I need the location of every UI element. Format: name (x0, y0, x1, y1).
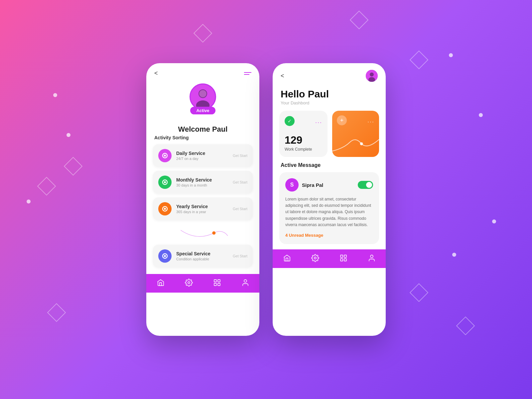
phone-2: < Hello Paul Your Dashbord ✓ ... 129 (273, 63, 386, 336)
service-card-monthly[interactable]: Monthly Service 30 days in a month Get S… (153, 171, 253, 194)
phone1-header: < (146, 63, 259, 80)
phone2-nav-home-icon[interactable] (283, 254, 291, 262)
svg-point-7 (164, 181, 166, 183)
special-service-info: Special Service Condition applicable (176, 251, 228, 261)
yearly-get-start[interactable]: Get Start (233, 207, 247, 211)
stat-number: 129 (285, 134, 322, 146)
svg-point-20 (370, 72, 374, 76)
user-avatar-small (366, 70, 378, 82)
message-toggle[interactable] (358, 181, 373, 189)
nav-user-icon[interactable] (241, 279, 249, 287)
phones-container: < Active Welcome Paul Activity Sorting (146, 63, 386, 336)
special-get-start[interactable]: Get Start (233, 254, 247, 258)
nav-home-icon[interactable] (157, 279, 165, 287)
special-service-name: Special Service (176, 251, 228, 256)
avatar (190, 83, 216, 110)
special-service-icon (158, 249, 172, 263)
phone2-bottom-nav (273, 249, 386, 268)
orange-chart (332, 128, 379, 157)
add-button[interactable]: + (337, 115, 347, 125)
active-message-label: Active Message (273, 162, 386, 168)
orange-card-top: + ... (337, 115, 374, 125)
monthly-service-name: Monthly Service (176, 177, 228, 183)
svg-point-5 (164, 155, 166, 157)
stat-card-dots[interactable]: ... (315, 118, 322, 125)
yearly-service-info: Yearly Service 365 days in a year (176, 204, 228, 214)
phone2-back-button[interactable]: < (281, 72, 284, 79)
svg-rect-26 (340, 259, 343, 261)
svg-point-13 (188, 282, 190, 284)
message-avatar: S (285, 178, 299, 192)
phone1-bottom-nav (146, 274, 259, 293)
svg-point-28 (370, 255, 373, 258)
svg-rect-16 (214, 283, 216, 286)
special-service-sub: Condition applicable (176, 257, 228, 261)
svg-rect-17 (218, 283, 220, 286)
svg-rect-24 (340, 255, 343, 257)
phone2-nav-settings-icon[interactable] (311, 254, 319, 262)
svg-point-18 (244, 280, 247, 282)
svg-rect-15 (218, 280, 220, 282)
service-card-special[interactable]: Special Service Condition applicable Get… (153, 245, 253, 267)
svg-point-23 (314, 257, 316, 259)
daily-service-info: Daily Service 24/7 on a day (176, 151, 228, 161)
message-username: Sipra Pal (302, 182, 323, 188)
phone2-nav-user-icon[interactable] (368, 254, 376, 262)
hello-section: Hello Paul Your Dashbord (273, 85, 386, 111)
svg-rect-27 (344, 259, 346, 261)
daily-get-start[interactable]: Get Start (233, 154, 247, 158)
monthly-service-info: Monthly Service 30 days in a month (176, 177, 228, 187)
dashboard-sub: Your Dashbord (281, 100, 378, 105)
orange-card: + ... (332, 111, 379, 157)
stat-card: ✓ ... 129 Work Complete (279, 111, 328, 157)
service-card-yearly[interactable]: Yearly Service 365 days in a year Get St… (153, 198, 253, 220)
phone2-nav-grid-icon[interactable] (339, 254, 347, 262)
service-card-daily[interactable]: Daily Service 24/7 on a day Get Start (153, 144, 253, 167)
back-button[interactable]: < (154, 70, 158, 77)
svg-rect-14 (214, 280, 216, 282)
svg-point-22 (360, 142, 363, 145)
message-card: S Sipra Pal Lorem ipsum dolor sit amet, … (279, 172, 379, 244)
monthly-service-sub: 30 days in a month (176, 183, 228, 187)
service-list: Daily Service 24/7 on a day Get Start Mo… (146, 144, 259, 267)
cards-row: ✓ ... 129 Work Complete + ... (273, 111, 386, 157)
svg-point-9 (164, 208, 166, 210)
monthly-service-icon (158, 176, 172, 189)
message-user: S Sipra Pal (285, 178, 323, 192)
phone-1: < Active Welcome Paul Activity Sorting (146, 63, 259, 336)
orange-card-dots[interactable]: ... (367, 117, 374, 124)
yearly-service-sub: 365 days in a year (176, 210, 228, 214)
stat-card-top: ✓ ... (285, 116, 322, 126)
monthly-get-start[interactable]: Get Start (233, 180, 247, 184)
svg-point-10 (212, 231, 215, 235)
daily-service-sub: 24/7 on a day (176, 157, 228, 161)
daily-service-name: Daily Service (176, 151, 228, 156)
check-circle-icon: ✓ (285, 116, 295, 126)
svg-point-12 (164, 255, 166, 257)
unread-message-link[interactable]: 4 Unread Message (285, 233, 323, 238)
avatar-section: Active (146, 80, 259, 120)
yearly-service-name: Yearly Service (176, 204, 228, 209)
welcome-title: Welcome Paul (146, 125, 259, 134)
menu-icon[interactable] (244, 72, 251, 75)
yearly-service-icon (158, 202, 172, 215)
message-header: S Sipra Pal (285, 178, 373, 192)
nav-grid-icon[interactable] (213, 279, 221, 287)
svg-point-3 (199, 90, 206, 97)
active-badge: Active (190, 107, 215, 114)
svg-rect-25 (344, 255, 346, 257)
daily-service-icon (158, 149, 172, 162)
activity-label: Activity Sorting (154, 135, 251, 140)
stat-label: Work Complete (285, 147, 322, 152)
nav-settings-icon[interactable] (185, 279, 193, 287)
hello-title: Hello Paul (281, 88, 378, 100)
message-body: Lorem ipsum dolor sit amet, consectetur … (285, 196, 373, 228)
phone2-header: < (273, 63, 386, 85)
